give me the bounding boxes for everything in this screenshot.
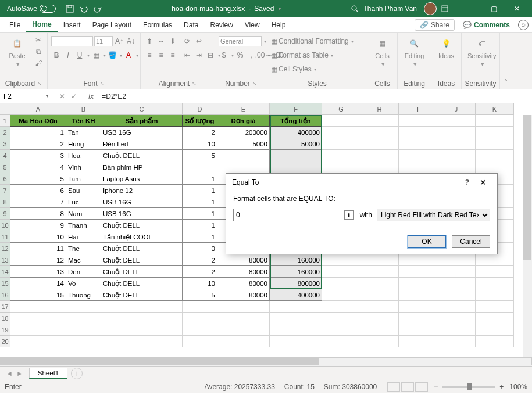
table-header[interactable]: Mã Hóa Đơn bbox=[10, 115, 66, 127]
cell[interactable]: 80000 bbox=[217, 266, 270, 278]
menu-help[interactable]: Help bbox=[266, 19, 292, 31]
cell[interactable] bbox=[399, 313, 437, 324]
cell[interactable] bbox=[476, 336, 514, 347]
decrease-font-icon[interactable]: A↓ bbox=[126, 36, 136, 46]
menu-review[interactable]: Review bbox=[204, 19, 238, 31]
cell[interactable]: Bàn phím HP bbox=[101, 161, 183, 173]
cell[interactable] bbox=[322, 336, 360, 347]
border-icon[interactable]: ▦ bbox=[91, 50, 101, 60]
zoom-out-button[interactable]: − bbox=[434, 383, 438, 391]
fill-color-icon[interactable]: 🪣 bbox=[107, 50, 117, 60]
paste-button[interactable]: 📋Paste▾ bbox=[3, 35, 31, 69]
cell[interactable]: Thuong bbox=[66, 289, 101, 301]
page-layout-view-icon[interactable] bbox=[401, 382, 414, 392]
cell[interactable]: The bbox=[66, 243, 101, 254]
bold-icon[interactable]: B bbox=[51, 50, 62, 60]
cell[interactable]: Chuột DELL bbox=[101, 243, 183, 254]
cell[interactable] bbox=[270, 161, 322, 173]
cell[interactable] bbox=[322, 127, 360, 138]
cell[interactable] bbox=[437, 127, 476, 138]
launcher-icon[interactable]: ⤡ bbox=[252, 81, 257, 87]
col-header-C[interactable]: C bbox=[101, 103, 183, 115]
cell[interactable] bbox=[322, 313, 360, 324]
cell[interactable]: USB 16G bbox=[101, 127, 183, 138]
row-header[interactable]: 16 bbox=[0, 289, 10, 301]
row-header[interactable]: 4 bbox=[0, 150, 10, 161]
cell[interactable] bbox=[183, 301, 217, 313]
cell[interactable] bbox=[476, 254, 514, 266]
emoji-button[interactable]: ☺ bbox=[518, 20, 529, 30]
dialog-help-button[interactable]: ? bbox=[459, 178, 475, 186]
menu-page-layout[interactable]: Page Layout bbox=[87, 19, 137, 31]
cell[interactable] bbox=[476, 115, 514, 127]
cell[interactable]: 8 bbox=[10, 208, 66, 220]
merge-icon[interactable]: ⊟ bbox=[205, 50, 216, 60]
cell[interactable] bbox=[399, 301, 437, 313]
user-name[interactable]: Thanh Pham Van bbox=[359, 5, 420, 13]
cell[interactable]: Den bbox=[66, 266, 101, 278]
cell[interactable]: 13 bbox=[10, 266, 66, 278]
launcher-icon[interactable]: ⤡ bbox=[192, 81, 197, 87]
cell[interactable] bbox=[476, 127, 514, 138]
cell[interactable]: Chuột DELL bbox=[101, 278, 183, 289]
increase-font-icon[interactable]: A↑ bbox=[114, 36, 124, 46]
row-header[interactable]: 12 bbox=[0, 243, 10, 254]
cell[interactable]: 2 bbox=[10, 138, 66, 150]
cell[interactable] bbox=[322, 324, 360, 336]
cell[interactable] bbox=[476, 138, 514, 150]
row-header[interactable]: 5 bbox=[0, 161, 10, 173]
cell[interactable]: 10 bbox=[183, 138, 217, 150]
align-middle-icon[interactable]: ↔ bbox=[156, 36, 166, 46]
minimize-button[interactable]: ─ bbox=[459, 0, 482, 17]
cell[interactable]: Chuột DELL bbox=[101, 150, 183, 161]
table-header[interactable]: Tổng tiền bbox=[270, 115, 322, 127]
cell[interactable] bbox=[10, 324, 66, 336]
row-header[interactable]: 20 bbox=[0, 336, 10, 347]
cell[interactable]: 12 bbox=[10, 254, 66, 266]
cell[interactable] bbox=[399, 278, 437, 289]
table-header[interactable]: Đơn giá bbox=[217, 115, 270, 127]
cell[interactable]: 1 bbox=[183, 185, 217, 196]
horizontal-scrollbar[interactable] bbox=[0, 357, 532, 366]
cell[interactable] bbox=[399, 127, 437, 138]
cell[interactable] bbox=[437, 161, 476, 173]
cell[interactable]: Vo bbox=[66, 278, 101, 289]
cell[interactable] bbox=[360, 254, 399, 266]
cell[interactable]: Thanh bbox=[66, 220, 101, 231]
cell[interactable] bbox=[437, 289, 476, 301]
col-header-B[interactable]: B bbox=[66, 103, 101, 115]
page-break-view-icon[interactable] bbox=[415, 382, 428, 392]
save-icon[interactable] bbox=[65, 4, 74, 13]
cell[interactable] bbox=[322, 161, 360, 173]
row-header[interactable]: 11 bbox=[0, 231, 10, 243]
maximize-button[interactable]: ▢ bbox=[482, 0, 505, 17]
accept-formula-icon[interactable]: ✓ bbox=[71, 92, 77, 100]
row-header[interactable]: 14 bbox=[0, 266, 10, 278]
cell[interactable]: Vinh bbox=[66, 161, 101, 173]
menu-formulas[interactable]: Formulas bbox=[137, 19, 178, 31]
cell[interactable] bbox=[476, 278, 514, 289]
cell[interactable] bbox=[322, 254, 360, 266]
format-painter-icon[interactable]: 🖌 bbox=[33, 58, 44, 69]
cell[interactable]: 1 bbox=[183, 220, 217, 231]
cell[interactable] bbox=[399, 324, 437, 336]
ribbon-options-icon[interactable] bbox=[440, 4, 449, 13]
search-icon[interactable] bbox=[350, 4, 359, 13]
cell[interactable]: 1 bbox=[183, 231, 217, 243]
cell[interactable]: 5000 bbox=[217, 138, 270, 150]
cell[interactable]: Iphone 12 bbox=[101, 185, 183, 196]
cell[interactable]: Laptop Asus bbox=[101, 173, 183, 185]
cell[interactable] bbox=[437, 313, 476, 324]
cell[interactable]: 160000 bbox=[270, 254, 322, 266]
copy-icon[interactable]: ⧉ bbox=[33, 46, 44, 57]
cell[interactable] bbox=[66, 313, 101, 324]
next-sheet-icon[interactable]: ► bbox=[16, 369, 23, 378]
cell[interactable]: Đèn Led bbox=[101, 138, 183, 150]
zoom-in-button[interactable]: + bbox=[499, 383, 504, 391]
cell[interactable] bbox=[101, 313, 183, 324]
normal-view-icon[interactable] bbox=[387, 382, 400, 392]
table-header[interactable]: Tên KH bbox=[66, 115, 101, 127]
close-button[interactable]: ✕ bbox=[505, 0, 529, 17]
col-header-D[interactable]: D bbox=[183, 103, 217, 115]
format-select[interactable]: Light Red Fill with Dark Red Text bbox=[377, 209, 490, 221]
